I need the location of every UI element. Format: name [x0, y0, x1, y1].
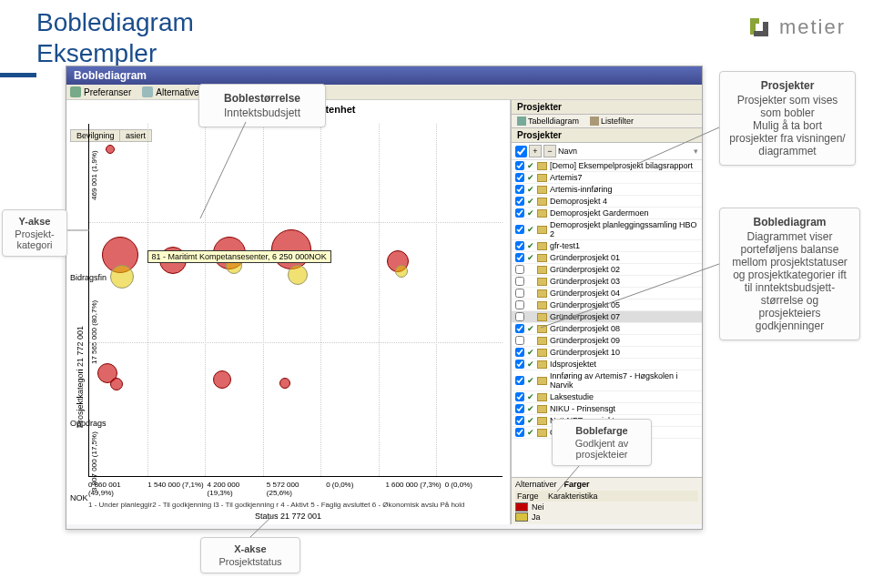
tab-listefilter[interactable]: Listefilter [584, 115, 639, 127]
title-line1: Boblediagram [36, 7, 194, 38]
project-checkbox[interactable] [515, 265, 524, 274]
folder-icon [537, 360, 547, 369]
project-row[interactable]: ✔Demoprosjekt Gardermoen [512, 208, 702, 219]
check-icon: ✔ [527, 376, 534, 385]
project-row[interactable]: ✔Innføring av Artemis7 - Høgskolen i Nar… [512, 370, 702, 391]
folder-icon [537, 417, 547, 425]
bubble[interactable] [271, 229, 311, 269]
callout-prosjekter: Prosjekter Prosjekter som vises som bobl… [719, 71, 856, 166]
tab-farger[interactable]: Farger [564, 480, 590, 489]
sort-indicator-icon[interactable]: ▾ [694, 147, 698, 156]
project-row[interactable]: ✔Artemis7 [512, 172, 702, 184]
project-checkbox[interactable] [515, 376, 524, 385]
nav-plus-button[interactable]: + [529, 145, 542, 157]
window-toolbar: Preferanser Alternativer Eksporter Lukk [66, 85, 702, 100]
project-name: Innføring av Artemis7 - Høgskolen i Narv… [550, 371, 698, 390]
legend-row-nei[interactable]: Nei [515, 502, 698, 512]
project-checkbox[interactable] [515, 404, 524, 413]
callout-boblestorrelse: Boblestørrelse Inntektsbudsjett [198, 84, 326, 127]
toolbar-alternativer[interactable]: Alternativer [142, 86, 202, 97]
project-row[interactable]: ✔Demoprosjekt 4 [512, 196, 702, 208]
project-name: Idsprosjektet [550, 360, 596, 369]
project-checkbox[interactable] [515, 241, 524, 250]
bubble[interactable] [288, 265, 308, 285]
project-checkbox[interactable] [515, 312, 524, 321]
bubble-chart[interactable]: 81 - Maritimt Kompetansesenter, 6 250 00… [88, 124, 502, 477]
bubble[interactable] [395, 265, 408, 278]
folder-icon [537, 289, 547, 298]
project-name: Demoprosjekt Gardermoen [550, 208, 649, 218]
project-name: Gründerprosjekt 04 [550, 289, 620, 298]
check-icon: ✔ [527, 428, 534, 437]
folder-icon [537, 325, 547, 333]
project-row[interactable]: Gründerprosjekt 05 [512, 299, 702, 311]
project-name: Artemis7 [550, 173, 583, 182]
toolbar-preferanser[interactable]: Preferanser [70, 86, 131, 97]
legend-col-karakter: Karakteristika [548, 492, 598, 501]
x-tick-labels: 0 860 001 (49,9%)1 540 000 (7,1%)4 200 0… [66, 479, 510, 499]
legend-col-farge: Farge [517, 492, 544, 501]
project-row[interactable]: Gründerprosjekt 04 [512, 288, 702, 299]
folder-icon [537, 337, 547, 345]
project-checkbox[interactable] [515, 348, 524, 357]
check-icon: ✔ [527, 416, 534, 425]
project-row[interactable]: ✔Artemis-innføring [512, 184, 702, 196]
project-name: Gründerprosjekt 02 [550, 265, 620, 274]
project-row[interactable]: Gründerprosjekt 07 [512, 311, 702, 323]
project-checkbox[interactable] [515, 336, 524, 345]
project-checkbox[interactable] [515, 277, 524, 286]
callout-yakse: Y-akse Prosjekt- kategori [2, 209, 67, 257]
tab-tabelldiagram[interactable]: Tabelldiagram [512, 115, 584, 127]
folder-icon [537, 266, 547, 274]
project-checkbox[interactable] [515, 173, 524, 182]
bubble[interactable] [110, 265, 134, 289]
project-checkbox[interactable] [515, 428, 524, 437]
project-checkbox[interactable] [515, 225, 524, 234]
legend-row-ja[interactable]: Ja [515, 512, 698, 522]
project-row[interactable]: ✔Laksestudie [512, 391, 702, 403]
project-row[interactable]: ✔gfr-test1 [512, 240, 702, 252]
bubble[interactable] [279, 378, 290, 389]
project-name: Gründerprosjekt 10 [550, 348, 620, 357]
project-checkbox[interactable] [515, 253, 524, 262]
project-checkbox[interactable] [515, 360, 524, 369]
check-icon: ✔ [527, 360, 534, 369]
folder-icon [537, 226, 547, 234]
folder-icon [537, 313, 547, 321]
swatch-red [515, 502, 528, 512]
folder-icon [537, 377, 547, 385]
project-row[interactable]: ✔[Demo] Eksempelprosjekt bilagsrapport [512, 160, 702, 172]
project-name: Gründerprosjekt 08 [550, 324, 620, 333]
project-row[interactable]: ✔Demoprosjekt planleggingssamling HBO 2 [512, 219, 702, 240]
sidepanel-tab-prosjekter[interactable]: Prosjekter [512, 100, 702, 115]
tab-alternativer[interactable]: Alternativer [515, 480, 557, 489]
prefs-icon [70, 86, 81, 97]
project-checkbox[interactable] [515, 416, 524, 425]
project-checkbox[interactable] [515, 161, 524, 170]
project-checkbox[interactable] [515, 208, 524, 218]
project-row[interactable]: Gründerprosjekt 02 [512, 264, 702, 276]
y-axis-label: Prosjektkategori 21 772 001 [76, 326, 85, 428]
project-row[interactable]: ✔Gründerprosjekt 08 [512, 323, 702, 335]
select-all-checkbox[interactable] [515, 146, 527, 157]
project-row[interactable]: ✔NIKU - Prinsensgt [512, 403, 702, 415]
project-checkbox[interactable] [515, 197, 524, 206]
project-checkbox[interactable] [515, 324, 524, 333]
project-row[interactable]: ✔Gründerprosjekt 01 [512, 252, 702, 264]
project-checkbox[interactable] [515, 300, 524, 309]
project-row[interactable]: Gründerprosjekt 03 [512, 276, 702, 288]
project-checkbox[interactable] [515, 185, 524, 194]
logo-mark-icon [746, 15, 772, 40]
project-checkbox[interactable] [515, 392, 524, 401]
bubble[interactable] [106, 145, 115, 154]
project-row[interactable]: Gründerprosjekt 09 [512, 335, 702, 347]
folder-icon [537, 242, 547, 250]
callout-boblefarge: Boblefarge Godkjent av prosjekteier [552, 419, 652, 466]
project-row[interactable]: ✔Idsprosjektet [512, 359, 702, 370]
project-row[interactable]: ✔Gründerprosjekt 10 [512, 347, 702, 359]
nav-minus-button[interactable]: − [543, 145, 556, 157]
bubble[interactable] [110, 378, 123, 390]
check-icon: ✔ [527, 185, 534, 194]
project-checkbox[interactable] [515, 289, 524, 298]
bubble[interactable] [213, 370, 231, 389]
